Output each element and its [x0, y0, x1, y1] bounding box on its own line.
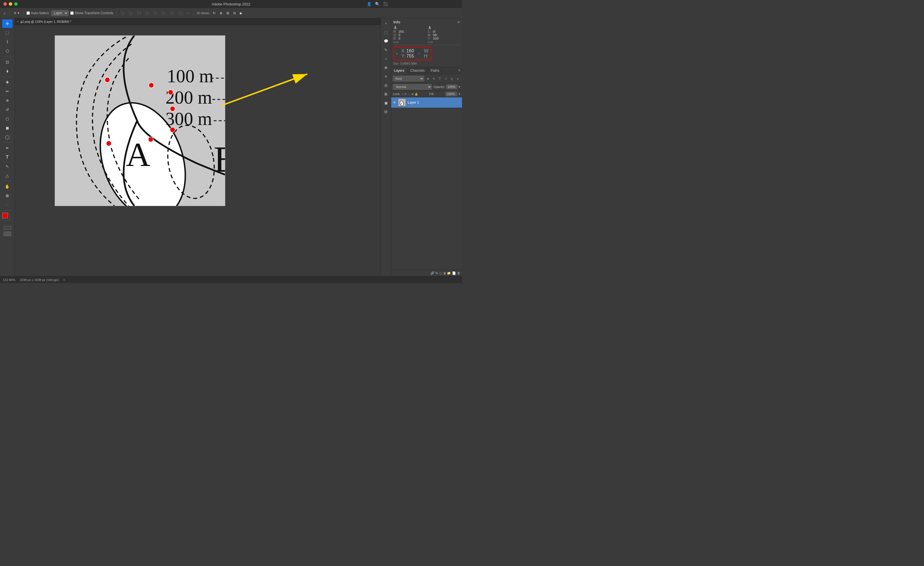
icon-strip-adjust[interactable]: ↔ — [382, 55, 390, 63]
filter-toggle-btn[interactable]: ● — [455, 76, 460, 81]
lock-image-btn[interactable]: ✎ — [405, 93, 407, 96]
close-button[interactable] — [3, 2, 7, 6]
tab-paths[interactable]: Paths — [428, 67, 442, 74]
tool-hand[interactable]: ✋ — [2, 182, 12, 191]
distribute-h-btn[interactable]: ⬛ — [169, 11, 175, 16]
add-mask-btn[interactable]: ◻ — [439, 271, 442, 275]
new-group-btn[interactable]: 📁 — [447, 271, 451, 275]
filter-kind-dropdown[interactable]: Kind — [393, 76, 424, 81]
filter-shape-btn[interactable]: □ — [443, 76, 448, 81]
lock-artboard-btn[interactable]: ↔ — [408, 93, 411, 96]
tool-crop[interactable]: ⊡ — [2, 58, 12, 66]
align-right-btn[interactable]: ⬛ — [136, 11, 142, 16]
show-transform-input[interactable] — [70, 11, 74, 15]
align-center-v-btn[interactable]: ⬛ — [152, 11, 159, 16]
tab-layers[interactable]: Layers — [391, 67, 407, 74]
filter-pixel-btn[interactable]: ⊕ — [425, 76, 430, 81]
icon-strip-target[interactable]: ◎ — [382, 81, 390, 89]
tool-eyedropper[interactable]: ⧫ — [2, 67, 12, 75]
filter-adjust-btn[interactable]: ✎ — [431, 76, 436, 81]
fill-input[interactable] — [446, 92, 457, 96]
user-icon[interactable]: 👤 — [367, 2, 372, 6]
layer-dropdown[interactable]: Layer — [51, 10, 69, 16]
show-transform-checkbox[interactable]: Show Transform Controls — [70, 11, 113, 15]
arrange-icon[interactable]: ⬛ — [383, 2, 388, 6]
opacity-input[interactable] — [446, 84, 458, 89]
tool-eraser[interactable]: ◻ — [2, 114, 12, 123]
lock-all-btn[interactable]: 🔒 — [414, 93, 418, 96]
tool-zoom[interactable]: ⊕ — [2, 191, 12, 200]
status-arrow[interactable]: > — [63, 278, 65, 281]
3d-camera2-btn[interactable]: ▶ — [238, 11, 243, 16]
icon-strip-filter[interactable]: ≡ — [382, 72, 390, 80]
3d-transform-btn[interactable]: ⊞ — [225, 11, 230, 16]
main-layout: ✛ ⬚ ⌇ ⬡ ⊡ ⧫ ✚ ✏ ⊕ ↺ ◻ ◼ ◯ ✒ T ↖ △ ✋ ⊕ ··… — [0, 18, 462, 276]
home-button[interactable]: ⌂ — [2, 11, 6, 16]
app-title: Adobe Photoshop 2022 — [212, 2, 250, 6]
icon-strip-history[interactable]: ⬚ — [382, 28, 390, 36]
blend-mode-dropdown[interactable]: Normal — [393, 84, 432, 90]
filter-type-btn[interactable]: T — [437, 76, 442, 81]
3d-camera-btn[interactable]: ⧉ — [232, 11, 237, 16]
tool-move[interactable]: ✛ — [2, 20, 12, 28]
lock-position-btn[interactable]: ⊕ — [411, 93, 414, 96]
tab-close-btn[interactable]: × — [17, 20, 19, 23]
info-menu-icon[interactable]: ≡ — [458, 20, 460, 24]
new-adjustment-btn[interactable]: ◑ — [443, 271, 446, 275]
quick-mask-btn[interactable] — [3, 226, 11, 230]
icon-strip-grid[interactable]: ⊞ — [382, 90, 390, 98]
align-left-btn[interactable]: ⬛ — [119, 11, 126, 16]
filter-smart-btn[interactable]: ⊙ — [449, 76, 454, 81]
tool-brush[interactable]: ✏ — [2, 87, 12, 96]
icon-strip-mask[interactable]: ▣ — [382, 99, 390, 107]
tool-path-select[interactable]: ↖ — [2, 162, 12, 170]
fx-btn[interactable]: fx — [435, 271, 438, 275]
foreground-color-swatch[interactable] — [2, 213, 8, 218]
minimize-button[interactable] — [9, 2, 12, 6]
tool-quick-select[interactable]: ⬡ — [2, 47, 12, 55]
tool-clone[interactable]: ⊕ — [2, 96, 12, 105]
icon-strip-chat[interactable]: 💬 — [382, 37, 390, 45]
layers-panel: Layers Channels Paths ≡ Kind ⊕ ✎ T □ ⊙ ● — [391, 67, 462, 276]
tool-more[interactable]: ··· — [2, 200, 12, 209]
layer-1-visibility-btn[interactable]: 👁 — [393, 101, 396, 104]
tool-pen[interactable]: ✒ — [2, 144, 12, 152]
maximize-button[interactable] — [14, 2, 18, 6]
tool-type[interactable]: T — [2, 153, 12, 161]
new-layer-btn[interactable]: 📄 — [452, 271, 456, 275]
link-layers-btn[interactable]: 🔗 — [430, 271, 434, 275]
tool-history[interactable]: ↺ — [2, 105, 12, 114]
auto-select-checkbox[interactable]: Auto-Select: — [27, 11, 50, 15]
align-bottom-btn[interactable]: ⬛ — [160, 11, 167, 16]
lock-transparent-btn[interactable]: □ — [402, 93, 404, 96]
icon-strip-edit[interactable]: ✎ — [382, 46, 390, 54]
icon-strip-table[interactable]: ⊟ — [382, 108, 390, 116]
tool-shape[interactable]: △ — [2, 171, 12, 180]
search-icon[interactable]: 🔍 — [375, 2, 380, 6]
tool-lasso[interactable]: ⌇ — [2, 38, 12, 46]
opacity-chevron[interactable]: ▾ — [459, 85, 460, 89]
tab-filename[interactable]: g2.png @ 133% (Layer 1, RGB/8#) * — [21, 20, 71, 23]
fill-chevron[interactable]: ▾ — [459, 92, 460, 96]
auto-select-input[interactable] — [27, 11, 30, 15]
layer-1-item[interactable]: 👁 A Layer 1 — [391, 97, 462, 108]
3d-rotate-btn[interactable]: ↻ — [212, 11, 217, 16]
distribute-v-btn[interactable]: ⬛ — [177, 11, 183, 16]
align-center-h-btn[interactable]: ⬛ — [128, 11, 134, 16]
move-tool-btn[interactable]: ✛ ▾ — [12, 11, 20, 16]
color-swatches[interactable] — [2, 213, 12, 223]
icon-strip-expand[interactable]: » — [382, 20, 390, 27]
align-top-btn[interactable]: ⬛ — [144, 11, 150, 16]
tool-gradient[interactable]: ◼ — [2, 123, 12, 132]
delete-layer-btn[interactable]: 🗑 — [457, 271, 460, 275]
tab-channels[interactable]: Channels — [407, 67, 428, 74]
icon-strip-smart[interactable]: ⊕ — [382, 63, 390, 71]
tool-select-rect[interactable]: ⬚ — [2, 29, 12, 37]
screen-mode-btn[interactable] — [3, 232, 11, 236]
layers-menu-icon[interactable]: ≡ — [457, 67, 462, 74]
tool-dodge[interactable]: ◯ — [2, 132, 12, 141]
more-btn[interactable]: ··· — [185, 11, 190, 16]
3d-globe-btn[interactable]: ⊕ — [219, 11, 224, 16]
tool-separator-2 — [3, 77, 12, 77]
tool-healing[interactable]: ✚ — [2, 78, 12, 87]
